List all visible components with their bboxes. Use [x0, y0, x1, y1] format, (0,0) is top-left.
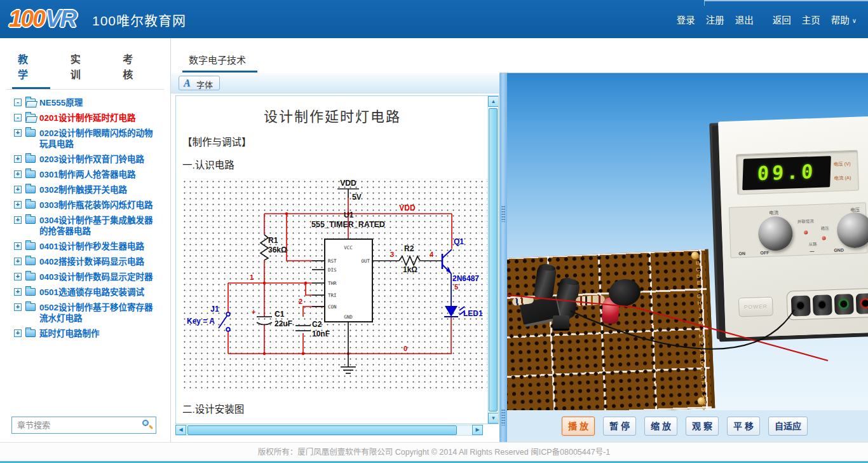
logo-vr-text: VR [46, 6, 76, 32]
splitter-grip [501, 409, 505, 425]
nav-back[interactable]: 返回 [773, 13, 791, 26]
search-input[interactable] [11, 417, 156, 434]
folder-icon [25, 258, 36, 265]
collapse-icon[interactable]: - [14, 114, 22, 121]
q1-emitter-arrow [446, 267, 451, 273]
font-button[interactable]: A字体 [179, 76, 220, 90]
tree-item-label: 0203设计制作双音门铃电路 [39, 155, 144, 164]
tree-item[interactable]: -NE555原理 [14, 97, 158, 108]
tree-item[interactable]: +0304设计制作基于集成触发器的抢答器电路 [14, 215, 158, 237]
psu-jack-red[interactable] [856, 293, 868, 314]
psu-knob-panel: 电流 电压 并联恒流 稳压 从路 ON OFF — GND [729, 202, 868, 258]
tree-item[interactable]: +0402搭接计数译码显示电路 [14, 256, 158, 267]
tree-item[interactable]: +0302制作触摸开关电路 [14, 184, 158, 195]
site-logo[interactable]: 100 VR [9, 4, 76, 34]
search-icon[interactable] [142, 420, 153, 430]
expand-icon[interactable]: + [14, 186, 22, 193]
tree-item[interactable]: +0301制作两人抢答器电路 [14, 169, 158, 180]
expand-icon[interactable]: + [14, 258, 22, 265]
node-4: 4 [430, 251, 434, 258]
tree-item[interactable]: +0403设计制作数码显示定时器 [14, 272, 158, 282]
sidebar-tab-training[interactable]: 实 训 [65, 45, 103, 89]
tree-item[interactable]: +0502设计制作基于移位寄存器流水灯电路 [14, 302, 158, 324]
splitter-grip [501, 205, 505, 222]
vertical-scroll-thumb[interactable] [489, 108, 498, 411]
push-button[interactable] [553, 315, 569, 329]
scroll-right-button[interactable]: ▶ [472, 425, 483, 435]
sidebar-tabs: 教 学实 训考 核 [6, 38, 164, 90]
viewer-button-zoom[interactable]: 缩 放 [644, 417, 677, 436]
tree-item-label: 0303制作瓶花装饰闪烁灯电路 [39, 200, 153, 210]
doc-viewport[interactable]: 设计制作延时灯电路 【制作与调试】 一.认识电路 [175, 95, 499, 424]
psu-jack-black[interactable] [813, 294, 832, 315]
nav-help[interactable]: 帮助∨ [831, 13, 857, 26]
expand-icon[interactable]: + [14, 170, 22, 178]
pane-splitter[interactable] [499, 73, 507, 442]
tree-item-label: 0403设计制作数码显示定时器 [39, 272, 153, 282]
doc-horizontal-scrollbar[interactable]: ◀ ▶ [175, 425, 483, 436]
psu-power-button-label: POWER [739, 298, 773, 317]
expand-icon[interactable]: + [14, 329, 22, 337]
nav-login[interactable]: 登录 [677, 13, 695, 26]
collapse-icon[interactable]: - [14, 99, 22, 106]
tree-item-label: 0201设计制作延时灯电路 [39, 113, 136, 123]
horizontal-scroll-thumb[interactable] [187, 425, 457, 435]
tree-item[interactable]: +0203设计制作双音门铃电路 [14, 154, 158, 165]
expand-icon[interactable]: + [14, 273, 22, 280]
led1-label: LED1 [463, 309, 483, 318]
tree-item[interactable]: -0201设计制作延时灯电路 [14, 113, 158, 123]
expand-icon[interactable]: + [14, 242, 22, 250]
nav-register[interactable]: 注册 [706, 13, 724, 26]
tree-item[interactable]: +0202设计制作眼睛闪烁的动物玩具电路 [14, 128, 158, 149]
tree-item[interactable]: +延时灯电路制作 [14, 328, 158, 339]
tree-item-label: 0304设计制作基于集成触发器的抢答器电路 [39, 216, 153, 236]
site-title: 100唯尔教育网 [92, 10, 186, 29]
sidebar-tab-assessment[interactable]: 考 核 [117, 45, 155, 89]
doc-vertical-scrollbar[interactable]: ▲ ▼ [487, 96, 498, 424]
q1-label: Q1 [454, 237, 464, 246]
scroll-left-button[interactable]: ◀ [175, 425, 186, 435]
expand-icon[interactable]: + [14, 155, 22, 163]
pin-thr: THR [328, 280, 337, 286]
simulation-3d-viewport[interactable]: ABCDEFGHIJKLMNOPQRSTUVWX 09.0 电压 (V) 电流 … [507, 73, 868, 410]
nav-logout[interactable]: 退出 [735, 13, 754, 26]
psu-current-knob[interactable] [757, 216, 793, 251]
psu-jack-black[interactable] [791, 295, 811, 316]
tree-item[interactable]: +0401设计制作秒发生器电路 [14, 241, 158, 252]
viewer-button-pause[interactable]: 暂 停 [603, 417, 636, 436]
pin-con: CON [328, 304, 337, 310]
scroll-up-button[interactable]: ▲ [488, 96, 499, 107]
expand-icon[interactable]: + [14, 201, 22, 209]
doc-title: 设计制作延时灯电路 [176, 105, 489, 125]
psu-jack-green[interactable] [834, 294, 854, 315]
folder-icon [25, 273, 36, 280]
expand-icon[interactable]: + [14, 303, 22, 311]
psu-power-button[interactable]: POWER [738, 296, 773, 317]
nav-home[interactable]: 主页 [802, 13, 820, 26]
vdd-net-label: VDD [399, 204, 416, 212]
power-supply-unit[interactable]: 09.0 电压 (V) 电流 (A) 电流 电压 并联恒流 稳压 从路 ON O… [718, 116, 868, 338]
scroll-down-button[interactable]: ▼ [488, 413, 499, 424]
app: 100 VR 100唯尔教育网 登录注册退出返回主页帮助∨ 教 学实 训考 核 … [0, 0, 868, 463]
viewer-button-observe[interactable]: 观 察 [686, 417, 719, 436]
sidebar-tab-teaching[interactable]: 教 学 [12, 45, 50, 89]
tree-item-label: 0302制作触摸开关电路 [39, 185, 127, 195]
viewer-button-fit[interactable]: 自适应 [768, 417, 808, 436]
psu-minus-label: — [810, 249, 814, 253]
viewer-button-play[interactable]: 播 放 [562, 417, 595, 436]
tree-item[interactable]: +0501选通锁存电路安装调试 [14, 287, 158, 298]
psu-voltage-label: 电压 (V) [833, 160, 850, 167]
psu-voltage-knob[interactable] [836, 212, 868, 249]
expand-icon[interactable]: + [14, 288, 22, 296]
font-a-icon: A [184, 78, 191, 89]
psu-indicator-light [822, 236, 826, 240]
expand-icon[interactable]: + [14, 216, 22, 224]
tree-item[interactable]: +0303制作瓶花装饰闪烁灯电路 [14, 200, 158, 211]
r1-value: 36kΩ [268, 245, 287, 254]
folder-icon [25, 303, 36, 311]
tab-active-underline [182, 71, 257, 73]
viewer-button-pan[interactable]: 平 移 [727, 417, 760, 436]
expand-icon[interactable]: + [14, 129, 22, 137]
resistor[interactable] [576, 294, 606, 306]
pin-dis: DIS [328, 267, 337, 273]
